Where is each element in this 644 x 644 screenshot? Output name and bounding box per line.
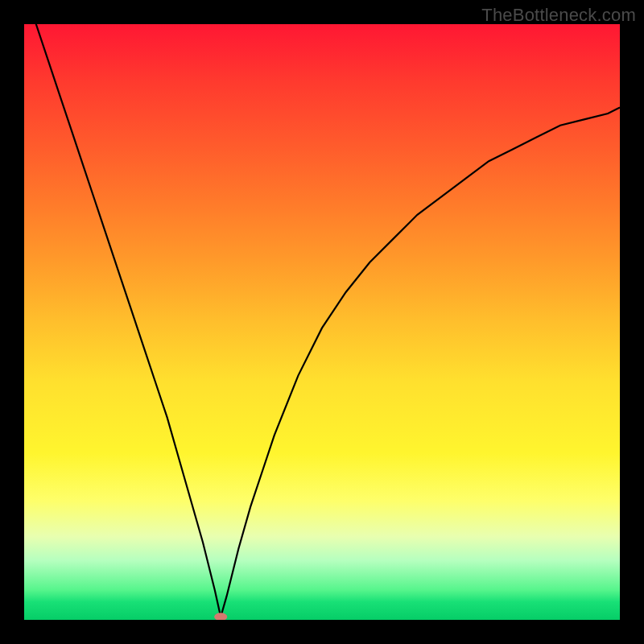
plot-area [24, 24, 620, 620]
watermark-text: TheBottleneck.com [481, 5, 636, 26]
chart-frame: TheBottleneck.com [0, 0, 644, 644]
bottleneck-curve [24, 24, 620, 617]
plot-svg [24, 24, 620, 620]
min-point-marker [214, 613, 227, 620]
